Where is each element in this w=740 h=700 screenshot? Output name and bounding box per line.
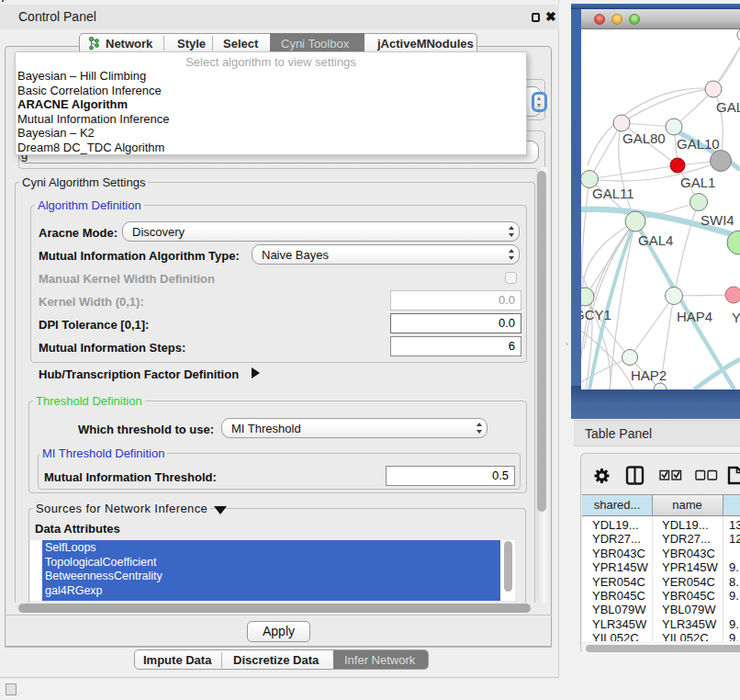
svg-text:SWI4: SWI4 [701, 212, 734, 228]
svg-text:GAL11: GAL11 [592, 186, 634, 201]
svg-text:GAL1: GAL1 [680, 175, 715, 190]
svg-text:GAL7: GAL7 [716, 99, 740, 115]
svg-text:HAP4: HAP4 [677, 309, 712, 324]
svg-text:Y: Y [732, 310, 740, 325]
svg-text:GCY1: GCY1 [581, 307, 611, 322]
svg-text:HAP2: HAP2 [631, 367, 667, 383]
svg-text:GAL10: GAL10 [677, 136, 720, 152]
svg-text:GAL4: GAL4 [638, 232, 673, 248]
svg-text:GAL80: GAL80 [622, 130, 666, 146]
